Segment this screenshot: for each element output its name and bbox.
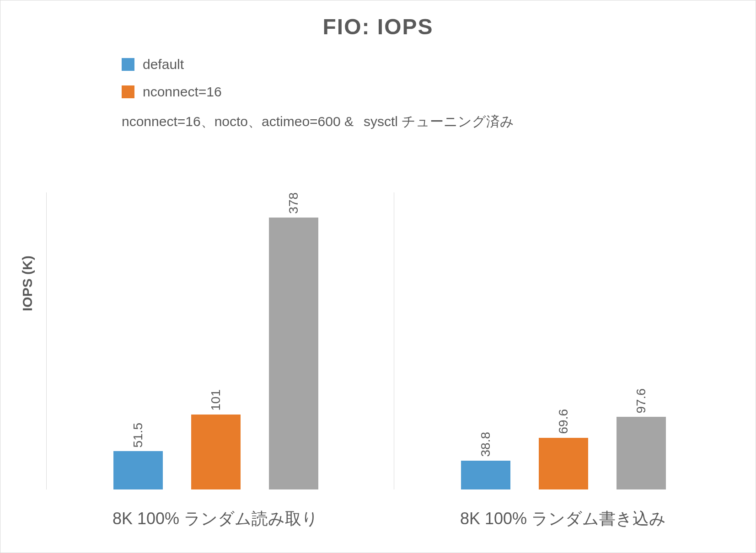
legend-swatch-blue: [122, 58, 134, 71]
chart-frame: FIO: IOPS default nconnect=16 nconnect=1…: [0, 0, 756, 553]
bar-value-label: 97.6: [634, 388, 649, 414]
category-label-read: 8K 100% ランダム読み取り: [46, 508, 385, 530]
bar-default-write: [461, 461, 510, 489]
legend-item-tuned: nconnect=16、nocto、actimeo=600 &sysctl チュ…: [122, 112, 756, 131]
x-axis-labels: 8K 100% ランダム読み取り 8K 100% ランダム書き込み: [46, 508, 732, 535]
bar-default-read: [113, 451, 163, 489]
bar-wrap: 51.5: [113, 192, 163, 489]
legend-label-part2: sysctl チューニング済み: [364, 114, 514, 129]
category-label-write: 8K 100% ランダム書き込み: [394, 508, 732, 530]
bar-wrap: 378: [269, 192, 318, 489]
bar-value-label: 51.5: [131, 423, 145, 448]
legend-swatch-orange: [122, 85, 134, 98]
bar-value-label: 378: [286, 192, 301, 214]
bar-nconnect-read: [191, 415, 241, 489]
bar-tuned-read: [269, 218, 318, 489]
bar-value-label: 69.6: [556, 409, 571, 434]
bar-nconnect-write: [539, 438, 588, 489]
bar-tuned-write: [617, 417, 666, 489]
bar-group-write: 38.8 69.6 97.6: [394, 192, 732, 489]
y-axis-label: IOPS (K): [20, 255, 35, 311]
bar-wrap: 101: [191, 192, 241, 489]
legend-label: default: [143, 58, 184, 71]
bar-value-label: 101: [209, 389, 223, 411]
bar-value-label: 38.8: [478, 432, 493, 457]
legend-label-part1: nconnect=16、nocto、actimeo=600 &: [122, 114, 354, 129]
legend-item-default: default: [122, 58, 756, 71]
bar-wrap: 97.6: [617, 192, 666, 489]
bar-wrap: 69.6: [539, 192, 588, 489]
legend-label: nconnect=16: [143, 85, 222, 99]
bar-group-read: 51.5 101 378: [46, 192, 385, 489]
bar-wrap: 38.8: [461, 192, 510, 489]
legend: default nconnect=16 nconnect=16、nocto、ac…: [122, 58, 756, 131]
chart-title: FIO: IOPS: [0, 14, 756, 39]
plot-area: 51.5 101 378 38.8 69.6 97.6: [46, 192, 732, 489]
legend-item-nconnect: nconnect=16: [122, 85, 756, 99]
